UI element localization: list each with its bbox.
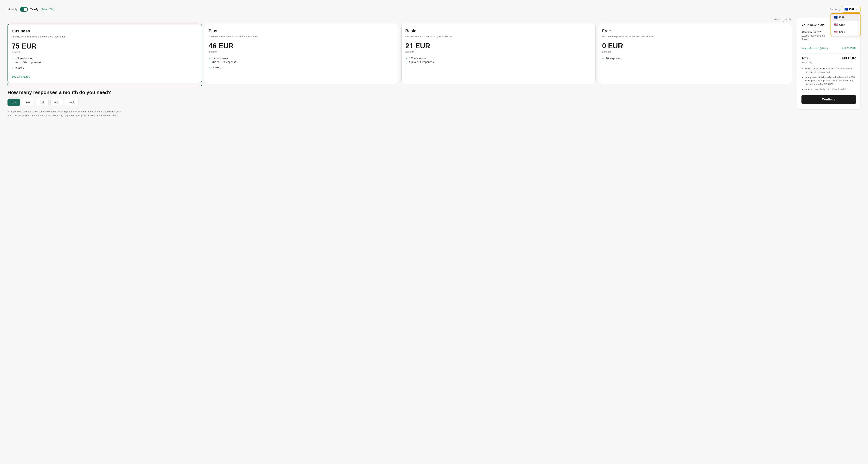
total-row: Total 890 EUR bbox=[802, 56, 856, 60]
feature-business-responses-text: 10k responses(up to 50k responses) bbox=[16, 57, 41, 64]
plan-period-plus: a month bbox=[209, 51, 395, 53]
see-all-features-link[interactable]: See all features bbox=[11, 75, 30, 78]
response-btn-50k[interactable]: 50k bbox=[51, 99, 63, 106]
usd-label: USD bbox=[839, 31, 845, 34]
plan-card-free[interactable]: Free Discover the possibilities of conve… bbox=[598, 24, 792, 83]
feature-plus-users-text: 3 users bbox=[212, 66, 221, 69]
check-icon: ✓ bbox=[405, 57, 408, 61]
feature-basic-responses: ✓ 100 responses(up to 750 responses) bbox=[405, 57, 592, 64]
plan-name-business: Business bbox=[11, 29, 198, 34]
check-icon: ✓ bbox=[209, 66, 211, 70]
summary-note-1: You'll pay 890 EUR now, which is prorate… bbox=[805, 67, 856, 74]
response-btn-50k-plus[interactable]: >50k bbox=[65, 99, 79, 106]
currency-dropdown-menu: 🇪🇺 EUR 🇬🇧 GBP 🇺🇸 USD bbox=[831, 13, 861, 36]
currency-option-gbp[interactable]: 🇬🇧 GBP bbox=[831, 21, 860, 28]
currency-option-eur[interactable]: 🇪🇺 EUR bbox=[831, 14, 860, 21]
summary-note-2: Your plan is billed yearly and will rene… bbox=[805, 75, 856, 86]
feature-plus-responses: ✓ 1k responses(up to 2.5k responses) bbox=[209, 57, 395, 64]
response-btn-10k[interactable]: 10k bbox=[7, 99, 20, 106]
check-icon: ✓ bbox=[602, 57, 604, 61]
top-bar: Monthly Yearly (Save 16%) Currency 🇪🇺 EU… bbox=[7, 6, 861, 12]
response-btn-25k[interactable]: 25k bbox=[36, 99, 48, 106]
plan-card-basic[interactable]: Basic Create forms that connect to your … bbox=[401, 24, 595, 83]
feature-plus-responses-text: 1k responses(up to 2.5k responses) bbox=[212, 57, 238, 64]
plan-features-business: ✓ 10k responses(up to 50k responses) ✓ 5… bbox=[11, 57, 198, 70]
summary-note-3: You can cancel any time before this date… bbox=[805, 88, 856, 91]
continue-button[interactable]: Continue bbox=[802, 95, 856, 104]
discount-label: Yearly discount (-16%) bbox=[802, 47, 828, 50]
plan-features-plus: ✓ 1k responses(up to 2.5k responses) ✓ 3… bbox=[209, 57, 395, 70]
plan-desc-plus: Make your forms more beautiful and on-br… bbox=[209, 35, 395, 38]
responses-section: How many responses a month do you need? … bbox=[7, 90, 792, 118]
response-note: A response is counted when someone submi… bbox=[7, 110, 127, 118]
currency-dropdown-button[interactable]: 🇪🇺 EUR ▼ bbox=[842, 6, 861, 12]
current-plan-arrow-icon: ▼ bbox=[782, 21, 784, 23]
billing-toggle: Monthly Yearly (Save 16%) bbox=[7, 7, 54, 11]
plan-desc-business: Analyze performance and do more with you… bbox=[11, 35, 198, 38]
plan-period-business: a month bbox=[11, 51, 198, 53]
plan-features-basic: ✓ 100 responses(up to 750 responses) bbox=[405, 57, 592, 64]
plan-name-basic: Basic bbox=[405, 29, 592, 33]
check-icon: ✓ bbox=[11, 66, 14, 70]
eur-label: EUR bbox=[839, 16, 845, 19]
plan-price-business: 75 EUR bbox=[11, 42, 198, 50]
feature-business-users-text: 5 users bbox=[16, 66, 24, 70]
selected-currency-code: EUR bbox=[849, 8, 855, 11]
discount-value: -148.33 EUR bbox=[841, 47, 856, 50]
check-icon: ✓ bbox=[11, 57, 14, 61]
plan-features-free: ✓ 10 responses bbox=[602, 57, 788, 61]
feature-basic-responses-text: 100 responses(up to 750 responses) bbox=[409, 57, 435, 64]
response-btn-15k[interactable]: 15k bbox=[22, 99, 34, 106]
response-buttons: 10k 15k 25k 50k >50k bbox=[7, 99, 792, 106]
plan-name-plus: Plus bbox=[209, 29, 395, 33]
currency-label: Currency bbox=[830, 8, 840, 11]
yearly-label: Yearly bbox=[30, 8, 38, 11]
total-excl: (excl. tax) bbox=[802, 61, 856, 64]
plan-card-business[interactable]: Business Analyze performance and do more… bbox=[7, 24, 202, 83]
usd-flag-icon: 🇺🇸 bbox=[834, 30, 838, 34]
toggle-track[interactable] bbox=[20, 7, 28, 11]
gbp-label: GBP bbox=[839, 23, 845, 26]
selected-currency-flag: 🇪🇺 bbox=[844, 7, 848, 11]
monthly-label: Monthly bbox=[7, 8, 18, 11]
plan-desc-free: Discover the possibilities of conversati… bbox=[602, 35, 788, 38]
plans-row: Business Analyze performance and do more… bbox=[7, 24, 792, 83]
plan-period-free: a month bbox=[602, 51, 788, 53]
check-icon: ✓ bbox=[209, 57, 211, 61]
discount-row: Yearly discount (-16%) -148.33 EUR bbox=[802, 47, 856, 50]
total-label: Total bbox=[802, 56, 809, 60]
feature-business-responses: ✓ 10k responses(up to 50k responses) bbox=[11, 57, 198, 64]
summary-notes: You'll pay 890 EUR now, which is prorate… bbox=[802, 67, 856, 91]
toggle-thumb bbox=[24, 8, 27, 11]
currency-option-usd[interactable]: 🇺🇸 USD bbox=[831, 28, 860, 36]
feature-plus-users: ✓ 3 users bbox=[209, 66, 395, 70]
gbp-flag-icon: 🇬🇧 bbox=[834, 23, 838, 26]
chevron-down-icon: ▼ bbox=[856, 8, 858, 10]
total-value: 890 EUR bbox=[841, 56, 856, 60]
billing-period-toggle[interactable] bbox=[20, 7, 28, 11]
plan-price-free: 0 EUR bbox=[602, 42, 788, 50]
plan-price-basic: 21 EUR bbox=[405, 42, 592, 50]
plan-desc-basic: Create forms that connect to your workfl… bbox=[405, 35, 592, 38]
plans-section: Your current plan ▼ Business Analyze per… bbox=[7, 18, 792, 123]
plan-name-free: Free bbox=[602, 29, 788, 33]
plan-price-plus: 46 EUR bbox=[209, 42, 395, 50]
feature-free-responses-text: 10 responses bbox=[606, 57, 622, 60]
current-plan-label: Your current plan ▼ bbox=[774, 18, 792, 23]
currency-wrapper: Currency 🇪🇺 EUR ▼ 🇪🇺 EUR 🇬🇧 GBP 🇺🇸 USD bbox=[830, 6, 861, 12]
responses-title: How many responses a month do you need? bbox=[7, 90, 792, 95]
summary-users: 5 users bbox=[802, 38, 856, 41]
current-plan-text: Your current plan bbox=[774, 18, 792, 21]
save-badge: (Save 16%) bbox=[41, 8, 54, 11]
main-layout: Your current plan ▼ Business Analyze per… bbox=[7, 18, 861, 123]
plan-card-plus[interactable]: Plus Make your forms more beautiful and … bbox=[205, 24, 399, 83]
feature-free-responses: ✓ 10 responses bbox=[602, 57, 788, 61]
plan-period-basic: a month bbox=[405, 51, 592, 53]
summary-plan-label: Business (yearly) bbox=[802, 30, 822, 33]
eur-flag-icon: 🇪🇺 bbox=[834, 16, 838, 19]
feature-business-users: ✓ 5 users bbox=[11, 66, 198, 70]
